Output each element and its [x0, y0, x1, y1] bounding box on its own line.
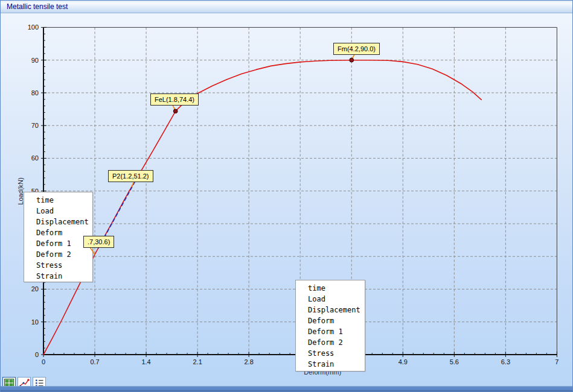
- svg-text:60: 60: [31, 154, 39, 162]
- channel-menu-left[interactable]: timeLoadDisplacementDeformDeform 1Deform…: [24, 192, 93, 282]
- menu-item[interactable]: Deform 1: [296, 326, 365, 337]
- load-deform-curve: [43, 60, 481, 355]
- annotation-label: .7,30.6): [83, 236, 114, 248]
- menu-item[interactable]: Deform 2: [24, 249, 92, 260]
- app-window: Metallic tensile test 00.71.42.12.83.54.…: [0, 0, 573, 392]
- svg-text:6.3: 6.3: [501, 358, 510, 365]
- menu-item[interactable]: time: [24, 195, 92, 206]
- svg-text:2.1: 2.1: [193, 358, 202, 365]
- svg-text:5.6: 5.6: [450, 358, 459, 365]
- menu-item[interactable]: time: [296, 283, 365, 294]
- menu-item[interactable]: Displacement: [296, 305, 365, 315]
- channel-menu-right[interactable]: timeLoadDisplacementDeformDeform 1Deform…: [295, 280, 365, 371]
- svg-text:100: 100: [28, 24, 39, 31]
- menu-item[interactable]: Deform 1: [24, 238, 92, 249]
- titlebar[interactable]: Metallic tensile test: [1, 1, 572, 13]
- svg-text:7: 7: [555, 358, 559, 365]
- svg-text:0.7: 0.7: [90, 358, 99, 365]
- menu-item[interactable]: Deform: [296, 315, 365, 326]
- svg-text:2.8: 2.8: [245, 358, 254, 365]
- svg-text:70: 70: [31, 122, 39, 129]
- svg-text:4.9: 4.9: [399, 358, 408, 365]
- menu-item[interactable]: Deform: [24, 227, 92, 238]
- annotation-label: Fm(4.2,90.0): [333, 43, 380, 55]
- svg-text:10: 10: [31, 318, 39, 326]
- window-title: Metallic tensile test: [7, 2, 68, 11]
- svg-text:1.4: 1.4: [141, 358, 150, 365]
- annotation-label: P2(1.2,51.2): [108, 170, 153, 182]
- svg-text:80: 80: [31, 89, 39, 96]
- window-bottom-edge: [1, 386, 572, 391]
- menu-item[interactable]: Strain: [24, 271, 92, 282]
- menu-item[interactable]: Strain: [296, 359, 365, 370]
- menu-item[interactable]: Stress: [296, 348, 365, 359]
- menu-item[interactable]: Displacement: [24, 217, 92, 227]
- annotation-label: FeL(1.8,74.4): [150, 93, 199, 106]
- svg-text:0: 0: [42, 358, 45, 365]
- svg-text:90: 90: [31, 57, 39, 64]
- svg-text:0: 0: [35, 351, 39, 358]
- menu-item[interactable]: Stress: [24, 260, 92, 271]
- svg-text:20: 20: [31, 285, 39, 292]
- menu-item[interactable]: Deform 2: [296, 337, 365, 348]
- menu-item[interactable]: Load: [296, 294, 365, 305]
- menu-item[interactable]: Load: [24, 206, 92, 217]
